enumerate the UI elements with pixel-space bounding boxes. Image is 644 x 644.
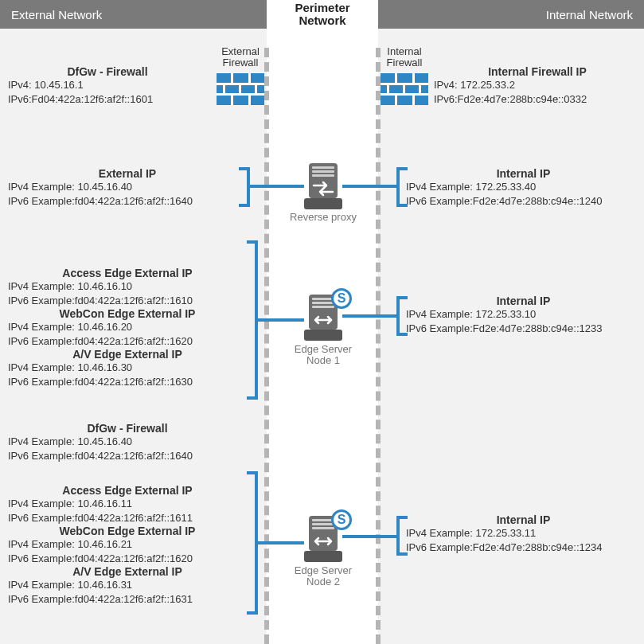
edge2-access-ipv6: IPv6 Example:fd04:422a:12f6:af2f::1611 xyxy=(8,511,247,525)
perimeter-boundary-right xyxy=(376,48,381,644)
internal-fw-ipv6: IPv6:Fd2e:4d7e:288b:c94e::0332 xyxy=(434,92,641,107)
conn-rp-int xyxy=(342,185,396,188)
edge2-int-ipv4: IPv4 Example: 172.25.33.11 xyxy=(406,526,641,541)
reverse-proxy-label: Reverse proxy xyxy=(283,212,363,223)
skype-icon-1: S xyxy=(331,288,352,309)
external-firewall-label: External Firewall xyxy=(217,46,264,69)
edge1-label: Edge Server Node 1 xyxy=(283,344,363,367)
reverse-proxy-icon xyxy=(304,163,342,214)
bracket-int-edge2 xyxy=(396,516,408,556)
dfgw2-ipv4: IPv4 Example: 10.45.16.40 xyxy=(8,435,247,449)
conn-edge2-int xyxy=(342,535,396,538)
dfgw-firewall-block: DfGw - Firewall IPv4: 10.45.16.1 IPv6:Fd… xyxy=(8,65,207,106)
edge1-av-ipv6: IPv6 Example:fd04:422a:12f6:af2f::1630 xyxy=(8,375,247,389)
edge1-int-block: Internal IP IPv4 Example: 172.25.33.10 I… xyxy=(406,295,641,335)
edge1-av-ipv4: IPv4 Example: 10.46.16.30 xyxy=(8,361,247,375)
edge2-access-title: Access Edge External IP xyxy=(8,484,247,497)
edge2-int-ipv6: IPv6 Example:Fd2e:4d7e:288b:c94e::1234 xyxy=(406,541,641,555)
dfgw-ipv6: IPv6:Fd04:422a:12f6:af2f::1601 xyxy=(8,92,207,107)
skype-icon-2: S xyxy=(331,509,352,530)
rp-internal-title: Internal IP xyxy=(406,167,641,180)
external-ip-block: External IP IPv4 Example: 10.45.16.40 IP… xyxy=(8,167,247,208)
firewall-icon-internal xyxy=(381,73,428,105)
edge2-webcon-title: WebCon Edge External IP xyxy=(8,525,247,537)
rp-internal-ipv4: IPv4 Example: 172.25.33.40 xyxy=(406,180,641,194)
dfgw2-ipv6: IPv6 Example:fd04:422a:12f6:af2f::1640 xyxy=(8,449,247,463)
edge1-int-title: Internal IP xyxy=(406,295,641,307)
edge1-av-title: A/V Edge External IP xyxy=(8,348,247,361)
header-external: External Network xyxy=(0,0,267,29)
edge1-access-title: Access Edge External IP xyxy=(8,267,247,279)
edge2-webcon-ipv6: IPv6 Example:fd04:422a:12f6:af2f::1620 xyxy=(8,552,247,566)
external-firewall-label-l1: External xyxy=(217,46,264,57)
rp-internal-block: Internal IP IPv4 Example: 172.25.33.40 I… xyxy=(406,167,641,208)
bracket-int-edge1 xyxy=(396,296,408,336)
dfgw2-title: DfGw - Firewall xyxy=(8,422,247,435)
header-internal-label: Internal Network xyxy=(378,8,644,21)
internal-firewall-label: Internal Firewall xyxy=(381,46,428,69)
conn-ext-edge1 xyxy=(258,318,304,322)
dfgw2-block: DfGw - Firewall IPv4 Example: 10.45.16.4… xyxy=(8,422,247,463)
conn-ext-rp xyxy=(250,185,304,188)
external-firewall-label-l2: Firewall xyxy=(217,57,264,68)
internal-firewall-label-l2: Firewall xyxy=(381,57,428,68)
conn-ext-edge2 xyxy=(258,541,304,544)
edge2-label: Edge Server Node 2 xyxy=(283,565,363,588)
internal-fw-ipv4: IPv4: 172.25.33.2 xyxy=(434,78,641,92)
rp-internal-ipv6: IPv6 Example:Fd2e:4d7e:288b:c94e::1240 xyxy=(406,194,641,209)
bracket-ext-edge2 xyxy=(247,471,258,615)
header-internal: Internal Network xyxy=(378,0,644,29)
edge2-av-title: A/V Edge External IP xyxy=(8,565,247,578)
header-perimeter-l2: Network xyxy=(299,14,345,28)
edge2-ext-block: Access Edge External IP IPv4 Example: 10… xyxy=(8,484,247,606)
edge1-access-ipv6: IPv6 Example:fd04:422a:12f6:af2f::1610 xyxy=(8,294,247,308)
external-ip-title: External IP xyxy=(8,167,247,180)
edge1-access-ipv4: IPv4 Example: 10.46.16.10 xyxy=(8,279,247,294)
internal-fw-title: Internal Firewall IP xyxy=(434,65,641,78)
header-external-label: External Network xyxy=(0,8,267,21)
internal-firewall-label-l1: Internal xyxy=(381,46,428,57)
edge2-access-ipv4: IPv4 Example: 10.46.16.11 xyxy=(8,497,247,511)
bracket-ext-rp xyxy=(239,167,250,207)
edge1-int-ipv4: IPv4 Example: 172.25.33.10 xyxy=(406,307,641,322)
edge2-int-block: Internal IP IPv4 Example: 172.25.33.11 I… xyxy=(406,513,641,554)
edge2-int-title: Internal IP xyxy=(406,513,641,526)
internal-fw-block: Internal Firewall IP IPv4: 172.25.33.2 I… xyxy=(434,65,641,106)
edge1-webcon-title: WebCon Edge External IP xyxy=(8,307,247,320)
edge1-webcon-ipv6: IPv6 Example:fd04:422a:12f6:af2f::1620 xyxy=(8,334,247,349)
firewall-icon-external xyxy=(217,73,264,105)
edge1-ext-block: Access Edge External IP IPv4 Example: 10… xyxy=(8,267,247,388)
edge1-int-ipv6: IPv6 Example:Fd2e:4d7e:288b:c94e::1233 xyxy=(406,322,641,336)
external-ip-ipv6: IPv6 Example:fd04:422a:12f6:af2f::1640 xyxy=(8,194,247,209)
edge2-webcon-ipv4: IPv4 Example: 10.46.16.21 xyxy=(8,537,247,552)
header-perimeter-l1: Perimeter xyxy=(295,2,349,15)
bracket-int-rp xyxy=(396,167,408,207)
dfgw-ipv4: IPv4: 10.45.16.1 xyxy=(8,78,207,92)
external-ip-ipv4: IPv4 Example: 10.45.16.40 xyxy=(8,180,247,194)
edge1-webcon-ipv4: IPv4 Example: 10.46.16.20 xyxy=(8,320,247,334)
edge2-av-ipv6: IPv6 Example:fd04:422a:12f6:af2f::1631 xyxy=(8,592,247,607)
conn-edge1-int xyxy=(342,314,396,318)
perimeter-boundary-left xyxy=(264,48,269,644)
dfgw-title: DfGw - Firewall xyxy=(8,65,207,78)
bracket-ext-edge1 xyxy=(247,240,258,400)
header-perimeter: Perimeter Network xyxy=(267,0,378,29)
edge2-av-ipv4: IPv4 Example: 10.46.16.31 xyxy=(8,578,247,592)
